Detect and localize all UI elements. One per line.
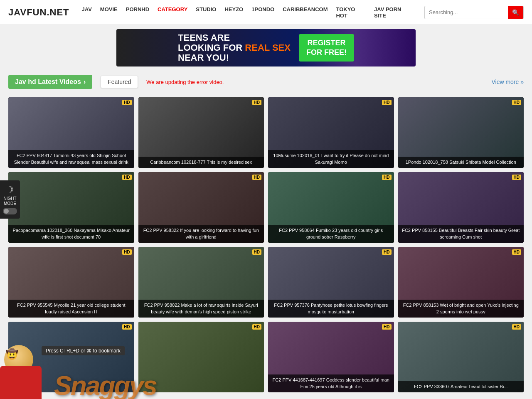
video-thumbnail: HD FC2 PPV 956545 Mycolle 21 year old co… — [8, 247, 134, 318]
hd-badge: HD — [512, 249, 521, 255]
hd-badge: HD — [122, 100, 131, 105]
video-card[interactable]: HD Pacopacomama 102018_360 Nakayama Misa… — [8, 172, 134, 243]
hd-badge: HD — [122, 249, 131, 255]
night-mode-label: NIGHTMODE — [2, 196, 17, 206]
video-title: FC2 PPV 958322 If you are looking forwar… — [138, 225, 264, 243]
hd-badge: HD — [252, 175, 261, 180]
video-thumbnail: HD FC2 PPV 441687-441697 Goddess slender… — [268, 322, 394, 392]
video-title: FC2 PPV 333607 Amateur beautiful sister … — [398, 381, 524, 392]
video-title: FC2 PPV 958064 Fumiko 23 years old count… — [268, 225, 394, 243]
hd-badge: HD — [122, 175, 131, 180]
site-logo[interactable]: JAVFUN.NET — [8, 7, 69, 18]
nav-caribbeancom[interactable]: CARIBBEANCOM — [283, 5, 328, 20]
hd-badge: HD — [512, 100, 521, 105]
nav-jav[interactable]: JAV — [82, 5, 92, 20]
video-thumbnail: HD FC2 PPV 958064 Fumiko 23 years old co… — [268, 172, 394, 243]
video-title: Caribbeancom 102018-777 This is my desir… — [138, 157, 264, 168]
video-title: 10Musume 102018_01 I want to try it Plea… — [268, 150, 394, 168]
nav-studio[interactable]: STUDIO — [196, 5, 216, 20]
hd-badge: HD — [382, 100, 391, 105]
hd-badge: HD — [512, 175, 521, 180]
video-thumbnail: HD 1Pondo 102018_758 Satsuki Shibata Mod… — [398, 97, 524, 168]
video-title: FC2 PPV 858155 Beautiful Breasts Fair sk… — [398, 225, 524, 243]
video-title: Pacopacomama 102018_360 Nakayama Misako … — [8, 225, 134, 243]
video-thumbnail: HD FC2 PPV 958022 Make a lot of raw squi… — [138, 247, 264, 318]
moon-icon: ☽ — [2, 185, 17, 195]
main-nav: JAV MOVIE PORNHD CATEGORY STUDIO HEYZO 1… — [82, 5, 412, 20]
video-card[interactable]: HD FC2 PPV 958064 Fumiko 23 years old co… — [268, 172, 394, 243]
nav-tokyohot[interactable]: TOKYO HOT — [336, 5, 366, 20]
video-card[interactable]: HD 1Pondo 102018_758 Satsuki Shibata Mod… — [398, 97, 524, 168]
search-button[interactable]: 🔍 — [508, 6, 523, 19]
video-title: FC2 PPV 441687-441697 Goddess slender be… — [268, 374, 394, 392]
video-card[interactable]: HD — [8, 322, 134, 392]
video-thumbnail: HD Pacopacomama 102018_360 Nakayama Misa… — [8, 172, 134, 243]
hd-badge: HD — [252, 100, 261, 105]
view-more-link[interactable]: View more » — [491, 79, 524, 85]
nav-category[interactable]: CATEGORY — [158, 5, 187, 20]
video-grid: HD FC2 PPV 604817 Tomomi 43 years old Sh… — [0, 93, 532, 397]
video-card[interactable]: HD FC2 PPV 958022 Make a lot of raw squi… — [138, 247, 264, 318]
nav-heyzo[interactable]: HEYZO — [224, 5, 243, 20]
hd-badge: HD — [382, 249, 391, 255]
video-thumbnail: HD Caribbeancom 102018-777 This is my de… — [138, 97, 264, 168]
video-title: FC2 PPV 956545 Mycolle 21 year old colle… — [8, 300, 134, 318]
nav-javpornsite[interactable]: JAV PORN SITE — [374, 5, 412, 20]
banner-text: TEENS ARE LOOKING FOR REAL SEX NEAR YOU! — [178, 33, 291, 63]
video-card[interactable]: HD FC2 PPV 858153 Wet of bright and open… — [398, 247, 524, 318]
hd-badge: HD — [252, 324, 261, 330]
video-title: FC2 PPV 958022 Make a lot of raw squirts… — [138, 300, 264, 318]
video-card[interactable]: HD — [138, 322, 264, 392]
section-title-label: Jav hd Latest Videos — [15, 78, 81, 86]
banner-register: REGISTERFOR FREE! — [299, 34, 354, 62]
nav-pornhd[interactable]: PORNHD — [126, 5, 149, 20]
video-thumbnail: HD FC2 PPV 958322 If you are looking for… — [138, 172, 264, 243]
video-thumbnail: HD — [138, 322, 264, 392]
video-thumbnail: HD FC2 PPV 604817 Tomomi 43 years old Sh… — [8, 97, 134, 168]
hd-badge: HD — [252, 249, 261, 255]
section-header: Jav hd Latest Videos › Featured We are u… — [0, 71, 532, 93]
section-arrow-icon: › — [84, 78, 86, 86]
video-thumbnail: HD FC2 PPV 333607 Amateur beautiful sist… — [398, 322, 524, 392]
error-message: We are updating the error video. — [146, 79, 224, 85]
video-thumbnail: HD FC2 PPV 858155 Beautiful Breasts Fair… — [398, 172, 524, 243]
video-card[interactable]: HD FC2 PPV 956545 Mycolle 21 year old co… — [8, 247, 134, 318]
video-title: FC2 PPV 604817 Tomomi 43 years old Shinj… — [8, 150, 134, 168]
video-card[interactable]: HD FC2 PPV 333607 Amateur beautiful sist… — [398, 322, 524, 392]
video-card[interactable]: HD FC2 PPV 604817 Tomomi 43 years old Sh… — [8, 97, 134, 168]
video-title: 1Pondo 102018_758 Satsuki Shibata Model … — [398, 157, 524, 168]
section-title-button[interactable]: Jav hd Latest Videos › — [8, 75, 92, 89]
featured-tab[interactable]: Featured — [101, 76, 138, 88]
banner[interactable]: TEENS ARE LOOKING FOR REAL SEX NEAR YOU!… — [116, 29, 416, 66]
video-card[interactable]: HD 10Musume 102018_01 I want to try it P… — [268, 97, 394, 168]
video-card[interactable]: HD FC2 PPV 958322 If you are looking for… — [138, 172, 264, 243]
nav-1pondo[interactable]: 1PONDO — [251, 5, 274, 20]
toggle-knob — [4, 209, 9, 214]
hd-badge: HD — [512, 324, 521, 330]
video-card[interactable]: HD Caribbeancom 102018-777 This is my de… — [138, 97, 264, 168]
video-thumbnail: HD FC2 PPV 858153 Wet of bright and open… — [398, 247, 524, 318]
video-title: FC2 PPV 957376 Pantyhose petite lotus bo… — [268, 300, 394, 318]
video-title: FC2 PPV 858153 Wet of bright and open Yu… — [398, 300, 524, 318]
hd-badge: HD — [382, 324, 391, 330]
hd-badge: HD — [382, 175, 391, 180]
night-mode-toggle[interactable]: ☽ NIGHTMODE — [0, 180, 20, 219]
video-card[interactable]: HD FC2 PPV 858155 Beautiful Breasts Fair… — [398, 172, 524, 243]
video-card[interactable]: HD FC2 PPV 957376 Pantyhose petite lotus… — [268, 247, 394, 318]
video-thumbnail: HD FC2 PPV 957376 Pantyhose petite lotus… — [268, 247, 394, 318]
nav-movie[interactable]: MOVIE — [100, 5, 118, 20]
video-card[interactable]: HD FC2 PPV 441687-441697 Goddess slender… — [268, 322, 394, 392]
toggle-switch[interactable] — [3, 208, 17, 214]
search-box: 🔍 — [424, 6, 524, 19]
header: JAVFUN.NET JAV MOVIE PORNHD CATEGORY STU… — [0, 0, 532, 25]
hd-badge: HD — [122, 324, 131, 330]
video-thumbnail: HD 10Musume 102018_01 I want to try it P… — [268, 97, 394, 168]
search-input[interactable] — [425, 7, 508, 18]
video-thumbnail: HD — [8, 322, 134, 392]
